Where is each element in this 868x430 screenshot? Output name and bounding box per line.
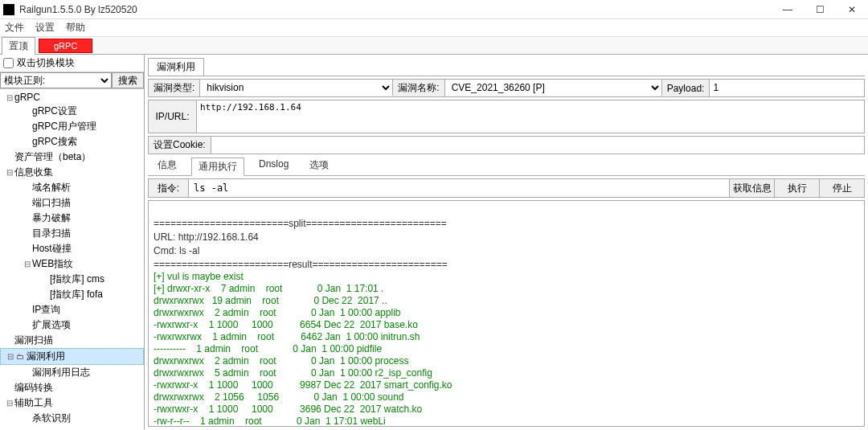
- tree-node-14[interactable]: IP查询: [0, 302, 144, 317]
- getinfo-button[interactable]: 获取信息: [729, 179, 774, 197]
- tree-node-7[interactable]: 端口扫描: [0, 195, 144, 211]
- minimize-button[interactable]: —: [772, 0, 804, 19]
- expander-icon[interactable]: ⊟: [24, 260, 32, 268]
- menu-help[interactable]: 帮助: [66, 21, 85, 35]
- tree-node-label: [指纹库] cms: [50, 273, 104, 285]
- stop-button[interactable]: 停止: [819, 179, 864, 197]
- exploit-subtab[interactable]: 漏洞利用: [148, 58, 204, 76]
- tree-node-label: 漏洞利用日志: [32, 367, 90, 378]
- maximize-button[interactable]: ☐: [804, 0, 836, 19]
- tree-node-label: 暴力破解: [32, 212, 71, 223]
- tree-node-label: gRPC设置: [32, 105, 77, 117]
- tab-pin-top[interactable]: 置顶: [2, 37, 35, 55]
- tree-node-4[interactable]: 资产管理（beta）: [0, 149, 144, 165]
- command-input[interactable]: [189, 179, 729, 197]
- window-title: Railgun1.5.5.0 By lz520520: [19, 4, 772, 15]
- tree-node-label: gRPC: [14, 92, 40, 103]
- tree-node-9[interactable]: 目录扫描: [0, 226, 144, 241]
- ipurl-textarea[interactable]: [197, 100, 864, 133]
- output-pane[interactable]: ========================split===========…: [148, 200, 865, 427]
- tree-node-0[interactable]: ⊟gRPC: [0, 91, 144, 104]
- expander-icon[interactable]: ⊟: [6, 399, 14, 407]
- tree-node-3[interactable]: gRPC搜索: [0, 134, 144, 149]
- cookie-input[interactable]: [211, 137, 864, 154]
- output-line: -rwxrwxr-x 1 1000 1000 9987 Dec 22 2017 …: [154, 379, 859, 391]
- menu-settings[interactable]: 设置: [35, 21, 55, 35]
- output-line: -rwxrwxr-x 1 1000 1000 3696 Dec 22 2017 …: [154, 403, 859, 416]
- tree-node-13[interactable]: [指纹库] fofa: [0, 287, 144, 302]
- exec-button[interactable]: 执行: [774, 179, 819, 197]
- tree-node-label: 杀软识别: [32, 412, 71, 424]
- tabbar: 置顶 gRPC: [0, 37, 868, 55]
- tree-node-1[interactable]: gRPC设置: [0, 104, 144, 119]
- module-regex-select[interactable]: 模块正则:: [0, 72, 112, 88]
- output-line: [+] drwxr-xr-x 7 admin root 0 Jan 1 17:0…: [154, 283, 859, 295]
- tree-node-label: WEB指纹: [32, 258, 73, 269]
- tree-node-12[interactable]: [指纹库] cms: [0, 272, 144, 287]
- tree-node-label: gRPC搜索: [32, 136, 77, 147]
- command-label: 指令:: [149, 179, 189, 197]
- titlebar: Railgun1.5.5.0 By lz520520 — ☐ ✕: [0, 0, 868, 19]
- tab-grpc[interactable]: gRPC: [39, 39, 92, 53]
- vuln-config-row: 漏洞类型: hikvision 漏洞名称: CVE_2021_36260 [P]…: [148, 79, 865, 97]
- tree-node-8[interactable]: 暴力破解: [0, 211, 144, 226]
- tree-node-17[interactable]: ⊟🗀漏洞利用: [0, 348, 144, 365]
- search-button[interactable]: 搜索: [112, 72, 144, 88]
- output-line: ========================result==========…: [154, 259, 859, 271]
- output-line: drwxrwxrwx 2 admin root 0 Jan 1 00:00 ap…: [154, 307, 859, 319]
- inner-tabs: 信息 通用执行 Dnslog 选项: [148, 157, 865, 176]
- sidebar-toggle-row: 双击切换模块: [0, 55, 144, 72]
- inner-tab-dnslog[interactable]: Dnslog: [252, 157, 295, 175]
- dblclick-toggle-label: 双击切换模块: [17, 56, 142, 70]
- tree-node-label: 目录扫描: [32, 227, 71, 239]
- menubar: 文件 设置 帮助: [0, 19, 868, 37]
- tree-node-11[interactable]: ⊟WEB指纹: [0, 256, 144, 272]
- tree-node-15[interactable]: 扩展选项: [0, 317, 144, 333]
- command-row: 指令: 获取信息 执行 停止: [148, 178, 865, 198]
- tree-node-label: gRPC用户管理: [32, 121, 96, 132]
- tree-node-label: 域名解析: [32, 182, 71, 193]
- tree-node-18[interactable]: 漏洞利用日志: [0, 365, 144, 380]
- cookie-row: 设置Cookie:: [148, 136, 865, 154]
- sidebar-filter-row: 模块正则: 搜索: [0, 72, 144, 89]
- expander-icon[interactable]: ⊟: [6, 168, 14, 177]
- tree-node-label: 信息收集: [14, 166, 53, 178]
- inner-tab-info[interactable]: 信息: [151, 157, 183, 175]
- vuln-name-label: 漏洞名称:: [393, 80, 444, 96]
- tree-node-21[interactable]: 杀软识别: [0, 411, 144, 426]
- tree-node-6[interactable]: 域名解析: [0, 180, 144, 195]
- tree-node-2[interactable]: gRPC用户管理: [0, 119, 144, 134]
- expander-icon[interactable]: ⊟: [7, 352, 15, 361]
- output-line: drwxrwxrwx 5 admin root 0 Jan 1 00:00 r2…: [154, 367, 859, 379]
- tree-node-label: 漏洞扫描: [14, 334, 53, 346]
- module-tree: ⊟gRPCgRPC设置gRPC用户管理gRPC搜索资产管理（beta）⊟信息收集…: [0, 89, 144, 430]
- content-pane: 漏洞利用 漏洞类型: hikvision 漏洞名称: CVE_2021_3626…: [145, 55, 868, 430]
- tree-node-19[interactable]: 编码转换: [0, 380, 144, 395]
- output-line: drwxrwxrwx 2 1056 1056 0 Jan 1 00:00 sou…: [154, 391, 859, 403]
- exploit-subtab-row: 漏洞利用: [148, 58, 865, 76]
- tree-node-label: 编码转换: [14, 382, 53, 393]
- tree-node-10[interactable]: Host碰撞: [0, 241, 144, 256]
- vuln-type-select[interactable]: hikvision: [200, 80, 393, 96]
- payload-label: Payload:: [662, 80, 710, 96]
- dblclick-toggle-checkbox[interactable]: [3, 58, 14, 68]
- payload-input[interactable]: [710, 80, 864, 96]
- inner-tab-options[interactable]: 选项: [303, 157, 335, 175]
- vuln-type-label: 漏洞类型:: [149, 80, 200, 96]
- cookie-label: 设置Cookie:: [149, 137, 211, 154]
- tree-node-label: [指纹库] fofa: [50, 289, 103, 300]
- output-line: drwxrwxrwx 2 admin root 0 Jan 1 00:00 pr…: [154, 355, 859, 367]
- menu-file[interactable]: 文件: [5, 21, 24, 35]
- tree-node-16[interactable]: 漏洞扫描: [0, 333, 144, 348]
- output-line: ---------- 1 admin root 0 Jan 1 00:00 pi…: [154, 343, 859, 355]
- tree-node-20[interactable]: ⊟辅助工具: [0, 395, 144, 411]
- close-button[interactable]: ✕: [836, 0, 868, 19]
- tree-node-5[interactable]: ⊟信息收集: [0, 165, 144, 180]
- inner-tab-exec[interactable]: 通用执行: [191, 158, 244, 176]
- output-line: URL: http://192.168.1.64: [154, 231, 859, 244]
- tree-node-label: 辅助工具: [14, 397, 53, 408]
- vuln-name-select[interactable]: CVE_2021_36260 [P]: [445, 80, 662, 96]
- tree-node-label: 资产管理（beta）: [14, 151, 91, 162]
- tree-node-label: IP查询: [32, 304, 60, 315]
- expander-icon[interactable]: ⊟: [6, 93, 14, 102]
